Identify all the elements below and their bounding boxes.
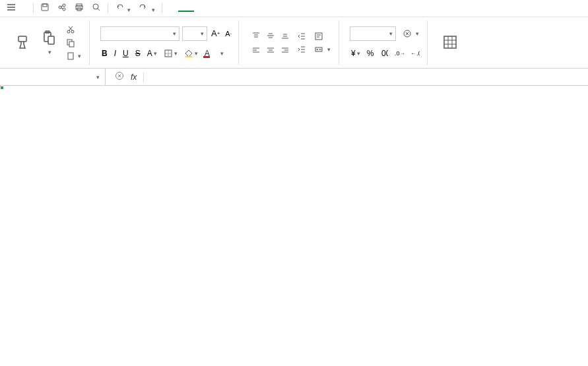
svg-point-3 <box>63 4 65 7</box>
increase-font-button[interactable]: A+ <box>210 27 221 40</box>
underline-button[interactable]: U <box>121 47 130 59</box>
group-font: ▾ ▾ A+ A- B I U S A A <box>95 20 239 65</box>
save-icon[interactable] <box>36 1 53 16</box>
font-name-select[interactable]: ▾ <box>100 26 180 41</box>
name-box[interactable]: ▾ <box>0 69 106 85</box>
fx-icon[interactable]: fx <box>131 73 137 82</box>
group-number: ▾ ¥ % 000 .0→ ←.0 <box>344 20 428 65</box>
format-painter-button[interactable] <box>11 32 34 54</box>
wrap-text-button[interactable] <box>311 30 333 42</box>
decrease-indent-button[interactable] <box>294 30 309 42</box>
spreadsheet-grid[interactable] <box>0 86 588 366</box>
font-size-select[interactable]: ▾ <box>182 26 207 41</box>
tab-data[interactable] <box>247 6 263 11</box>
increase-indent-button[interactable] <box>294 44 309 55</box>
preview-icon[interactable] <box>88 1 105 16</box>
tab-review[interactable] <box>264 6 280 11</box>
svg-rect-9 <box>18 36 26 42</box>
merge-cells-button[interactable] <box>311 44 333 55</box>
bold-button[interactable]: B <box>100 47 109 59</box>
tab-start[interactable] <box>178 5 194 12</box>
svg-rect-1 <box>43 4 47 7</box>
comma-button[interactable]: 000 <box>379 48 389 59</box>
divider <box>143 72 144 82</box>
redo-button[interactable] <box>135 1 158 16</box>
align-left-button[interactable] <box>249 44 263 57</box>
fill-color-button[interactable] <box>183 47 199 59</box>
svg-text:000: 000 <box>381 49 388 57</box>
svg-text:←.0: ←.0 <box>410 50 420 57</box>
formula-bar: ▾ fx <box>0 69 588 86</box>
border-button[interactable] <box>162 47 179 59</box>
tab-page[interactable] <box>212 6 228 11</box>
tab-tools[interactable] <box>298 6 314 11</box>
decrease-decimal-button[interactable]: ←.0 <box>409 48 421 59</box>
svg-rect-12 <box>48 36 54 44</box>
tab-member[interactable] <box>315 6 331 11</box>
fill-handle[interactable] <box>0 86 4 90</box>
font-color-button[interactable]: A <box>203 47 225 59</box>
divider <box>162 3 162 14</box>
clipboard-more[interactable] <box>63 50 84 62</box>
annotation-arrow <box>0 86 588 366</box>
align-top-button[interactable] <box>249 29 263 42</box>
currency-button[interactable]: ¥ <box>350 47 362 59</box>
menu-icon[interactable] <box>3 1 20 16</box>
italic-button[interactable]: I <box>113 47 117 59</box>
svg-rect-20 <box>203 56 210 58</box>
svg-point-8 <box>93 4 98 9</box>
group-clipboard <box>5 20 90 65</box>
share-icon[interactable] <box>53 1 71 16</box>
svg-text:.0→: .0→ <box>395 50 404 57</box>
quick-access-toolbar <box>0 0 588 17</box>
svg-rect-27 <box>444 36 456 48</box>
rows-cols-button[interactable] <box>438 32 462 54</box>
file-menu[interactable] <box>20 7 30 11</box>
number-format-select[interactable]: ▾ <box>350 26 396 41</box>
print-icon[interactable] <box>71 1 88 16</box>
svg-rect-19 <box>185 56 192 57</box>
cancel-icon[interactable] <box>112 71 127 82</box>
svg-rect-17 <box>68 53 73 59</box>
paste-button[interactable] <box>37 28 61 58</box>
group-alignment <box>244 20 339 65</box>
tab-view[interactable] <box>281 6 297 11</box>
percent-button[interactable]: % <box>366 47 376 59</box>
ribbon-tabs <box>178 5 348 12</box>
svg-rect-21 <box>315 33 322 40</box>
tab-efficiency[interactable] <box>333 6 348 11</box>
align-bottom-button[interactable] <box>278 29 292 42</box>
copy-button[interactable] <box>63 37 84 49</box>
tab-insert[interactable] <box>195 6 211 11</box>
decrease-font-button[interactable]: A- <box>224 28 233 39</box>
align-middle-button[interactable] <box>264 29 277 42</box>
strikethrough-button[interactable]: S <box>134 47 142 59</box>
divider <box>108 3 108 14</box>
align-right-button[interactable] <box>278 44 292 57</box>
divider <box>33 3 34 14</box>
svg-rect-16 <box>69 42 74 47</box>
convert-button[interactable] <box>400 28 422 40</box>
text-effect-button[interactable]: A <box>146 47 158 59</box>
group-cells <box>433 20 467 65</box>
svg-point-4 <box>63 8 65 11</box>
undo-button[interactable] <box>111 1 135 16</box>
align-center-button[interactable] <box>264 44 277 57</box>
increase-decimal-button[interactable]: .0→ <box>393 48 405 59</box>
cut-button[interactable] <box>63 24 84 36</box>
ribbon: ▾ ▾ A+ A- B I U S A A <box>0 17 588 69</box>
tab-formula[interactable] <box>230 6 245 11</box>
